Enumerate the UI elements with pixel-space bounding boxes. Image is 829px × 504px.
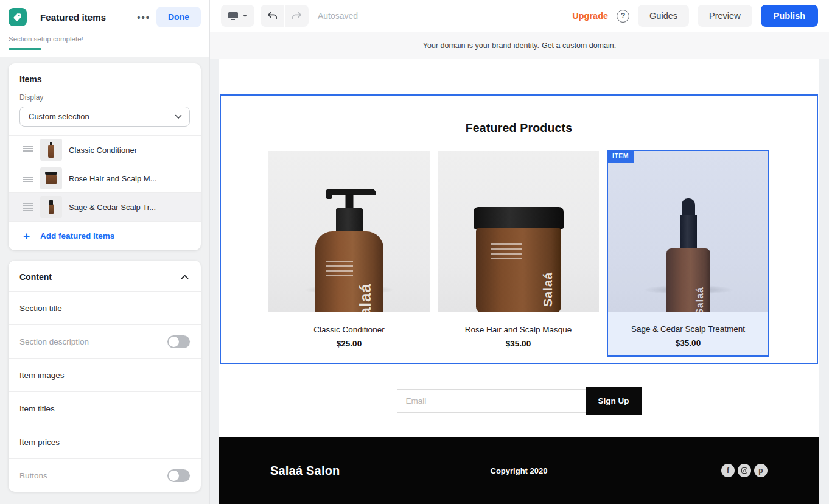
content-panel: Content Section title Section descriptio… — [9, 261, 201, 492]
page-header-area[interactable] — [219, 59, 819, 94]
caret-down-icon — [242, 14, 248, 18]
products-row: Salaá Classic Conditioner $25.00 — [221, 151, 817, 357]
product-title[interactable]: Sage & Cedar Scalp Treatment — [608, 324, 768, 334]
publish-button[interactable]: Publish — [761, 5, 818, 27]
upgrade-link[interactable]: Upgrade — [572, 11, 608, 21]
setup-progress-bar — [9, 48, 41, 50]
autosaved-status: Autosaved — [318, 11, 358, 21]
product-title[interactable]: Classic Conditioner — [268, 325, 430, 334]
site-canvas: Featured Products Salaá — [210, 59, 829, 504]
sign-up-button[interactable]: Sign Up — [586, 387, 642, 415]
product-card-classic-conditioner[interactable]: Salaá Classic Conditioner $25.00 — [268, 151, 430, 357]
section-title[interactable]: Featured Products — [221, 121, 817, 135]
editor-main: Autosaved Upgrade ? Guides Preview Publi… — [210, 0, 829, 504]
site-footer: Salaá Salon Copyright 2020 f p — [219, 437, 819, 504]
domain-banner-text: Your domain is your brand identity. — [423, 41, 539, 50]
plus-icon: + — [23, 230, 30, 242]
help-icon[interactable]: ? — [617, 10, 629, 23]
device-preview-button[interactable] — [221, 5, 254, 27]
content-row-section-description[interactable]: Section description — [9, 324, 201, 358]
drag-handle-icon[interactable] — [23, 175, 33, 182]
add-featured-items-button[interactable]: + Add featured items — [9, 221, 201, 250]
featured-products-section-selected[interactable]: Featured Products Salaá — [220, 94, 818, 364]
email-input[interactable] — [397, 389, 586, 413]
monitor-icon — [228, 12, 239, 21]
product-image-jar: Salaá — [438, 151, 599, 312]
product-title[interactable]: Rose Hair and Scalp Masque — [438, 325, 599, 334]
item-label: Classic Conditioner — [69, 145, 137, 155]
newsletter-form: Sign Up — [397, 387, 642, 415]
chevron-down-icon — [175, 114, 182, 119]
bottle-brand-label: Salaá — [356, 283, 375, 312]
drag-handle-icon[interactable] — [23, 203, 33, 211]
buttons-toggle-off[interactable] — [167, 469, 190, 482]
product-image-pump-bottle: Salaá — [268, 151, 430, 312]
pinterest-icon[interactable]: p — [754, 464, 768, 477]
editor-toolbar: Autosaved Upgrade ? Guides Preview Publi… — [210, 0, 829, 32]
list-item-classic-conditioner[interactable]: Classic Conditioner — [9, 135, 201, 164]
product-image-dropper-bottle: Salaá — [608, 151, 768, 312]
content-panel-header[interactable]: Content — [9, 261, 201, 291]
display-select[interactable]: Custom selection — [19, 107, 190, 127]
product-price[interactable]: $25.00 — [268, 339, 430, 348]
product-price[interactable]: $35.00 — [438, 339, 599, 348]
undo-icon — [267, 11, 278, 21]
content-row-buttons[interactable]: Buttons — [9, 458, 201, 492]
item-label: Sage & Cedar Scalp Tr... — [69, 203, 156, 212]
editor-root: Featured items ••• Done Section setup co… — [0, 0, 829, 504]
product-card-rose-masque[interactable]: Salaá Rose Hair and Scalp Masque $35.00 — [438, 151, 599, 357]
content-row-item-titles[interactable]: Item titles — [9, 391, 201, 425]
item-thumbnail — [40, 167, 62, 189]
item-thumbnail — [40, 196, 62, 218]
done-button[interactable]: Done — [156, 7, 201, 27]
facebook-icon[interactable]: f — [721, 464, 735, 477]
domain-banner: Your domain is your brand identity. Get … — [210, 32, 829, 59]
display-label: Display — [19, 93, 190, 102]
section-description-toggle-off[interactable] — [167, 335, 190, 348]
items-panel-title: Items — [19, 74, 190, 84]
settings-sidebar: Featured items ••• Done Section setup co… — [0, 0, 210, 504]
instagram-icon[interactable] — [738, 464, 751, 477]
content-row-item-prices[interactable]: Item prices — [9, 425, 201, 458]
content-panel-title: Content — [19, 272, 52, 282]
item-label: Rose Hair and Scalp M... — [69, 174, 157, 183]
product-price[interactable]: $35.00 — [608, 338, 768, 348]
guides-button[interactable]: Guides — [638, 5, 689, 27]
items-panel: Items Display Custom selection Classic C… — [9, 63, 201, 250]
drag-handle-icon[interactable] — [23, 146, 33, 153]
get-custom-domain-link[interactable]: Get a custom domain. — [542, 41, 616, 50]
redo-icon — [291, 11, 303, 21]
bottle-brand-label: Salaá — [541, 272, 555, 307]
newsletter-section: Sign Up — [219, 364, 819, 437]
site-page: Featured Products Salaá — [219, 59, 819, 504]
chevron-up-icon — [181, 275, 189, 279]
content-row-item-images[interactable]: Item images — [9, 358, 201, 391]
redo-button[interactable] — [285, 5, 309, 27]
sidebar-header: Featured items ••• Done Section setup co… — [0, 0, 209, 57]
preview-button[interactable]: Preview — [698, 5, 752, 27]
more-options-icon[interactable]: ••• — [131, 9, 156, 26]
list-item-rose-masque[interactable]: Rose Hair and Scalp M... — [9, 164, 201, 192]
row-label: Item images — [19, 371, 65, 380]
list-item-sage-cedar[interactable]: Sage & Cedar Scalp Tr... — [9, 192, 201, 221]
row-label: Item titles — [19, 404, 55, 413]
bottle-brand-label: Salaá — [694, 287, 705, 312]
footer-copyright: Copyright 2020 — [491, 466, 548, 475]
display-select-value: Custom selection — [29, 112, 175, 121]
featured-items-tag-icon — [9, 8, 27, 26]
setup-status-text: Section setup complete! — [9, 35, 201, 43]
footer-brand: Salaá Salon — [270, 464, 340, 478]
sidebar-body: Items Display Custom selection Classic C… — [0, 57, 209, 492]
row-label: Buttons — [19, 471, 47, 480]
panel-title: Featured items — [40, 12, 106, 23]
product-card-sage-cedar-selected[interactable]: ITEM Salaá Sage & Cedar Scalp Treatm — [607, 150, 769, 357]
row-label: Item prices — [19, 438, 60, 447]
social-links: f p — [721, 464, 768, 477]
undo-button[interactable] — [261, 5, 284, 27]
item-thumbnail — [40, 139, 62, 161]
content-row-section-title[interactable]: Section title — [9, 291, 201, 324]
row-label: Section title — [19, 304, 62, 313]
row-label: Section description — [19, 337, 89, 346]
item-selection-badge: ITEM — [607, 150, 634, 163]
add-featured-items-label: Add featured items — [40, 231, 114, 240]
